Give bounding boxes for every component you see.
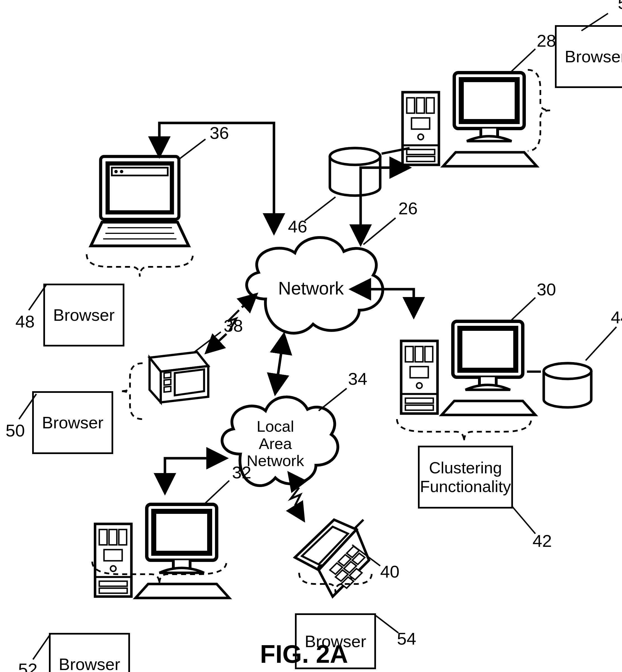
- connections: [0, 0, 622, 672]
- svg-line-71: [296, 509, 303, 520]
- svg-line-72: [289, 474, 298, 485]
- figure-caption: FIG. 2A: [260, 640, 348, 669]
- figure-stage: Network 26 Local Area Network 34: [0, 0, 622, 672]
- svg-line-68: [275, 335, 284, 393]
- svg-line-69: [207, 334, 227, 352]
- svg-line-70: [242, 295, 256, 307]
